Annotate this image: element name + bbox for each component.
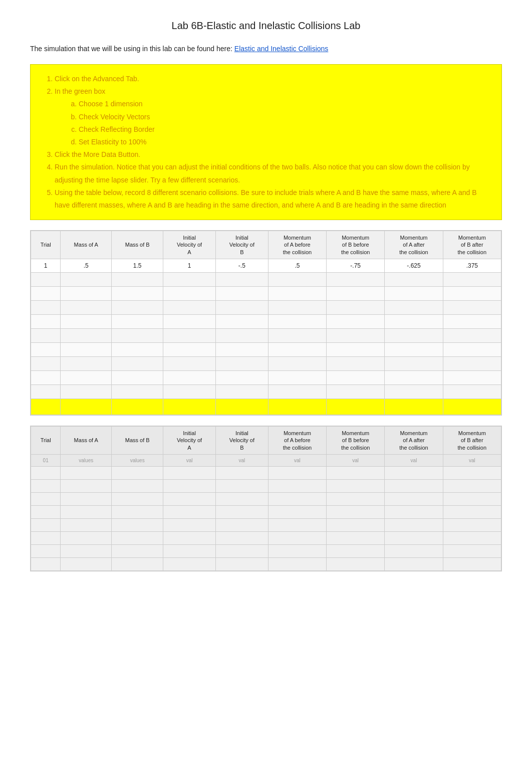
table-row bbox=[31, 384, 501, 399]
cell-trial[interactable]: 1 bbox=[31, 259, 61, 272]
instruction-item-4: Run the simulation. Notice that you can … bbox=[55, 161, 489, 186]
col2-trial: Trial bbox=[31, 426, 61, 454]
col-mom-a-before: Momentumof A beforethe collision bbox=[268, 231, 326, 259]
table-row bbox=[31, 370, 501, 384]
cell-mom-a-before[interactable]: .5 bbox=[268, 259, 326, 272]
cell-mass-b[interactable]: 1.5 bbox=[112, 259, 163, 272]
table-row bbox=[31, 479, 501, 492]
cell-mom-a-after[interactable]: -.625 bbox=[385, 259, 443, 272]
yellow-summary-row bbox=[31, 399, 501, 415]
col-init-vel-b: InitialVelocity ofB bbox=[215, 231, 268, 259]
col-mom-b-before: Momentumof B beforethe collision bbox=[327, 231, 385, 259]
col2-init-vel-a: InitialVelocity ofA bbox=[163, 426, 216, 454]
col2-mass-b: Mass of B bbox=[112, 426, 163, 454]
table-2-body: 01 values values val val val val val val bbox=[31, 454, 501, 570]
table-1-body: 1 .5 1.5 1 -.5 .5 -.75 -.625 .375 bbox=[31, 259, 501, 415]
instruction-item-1: Click on the Advanced Tab. bbox=[55, 73, 489, 85]
sub-item-b: Check Velocity Vectors bbox=[79, 111, 489, 123]
table-row bbox=[31, 466, 501, 479]
cell-mom-b-before[interactable]: -.75 bbox=[327, 259, 385, 272]
table-2-wrapper: Trial Mass of A Mass of B InitialVelocit… bbox=[30, 426, 502, 571]
table-row bbox=[31, 342, 501, 356]
table-header-row: Trial Mass of A Mass of B InitialVelocit… bbox=[31, 231, 501, 259]
col-mass-b: Mass of B bbox=[112, 231, 163, 259]
instruction-item-3: Click the More Data Button. bbox=[55, 148, 489, 161]
instruction-item-5: Using the table below, record 8 differen… bbox=[55, 186, 489, 212]
bottom-spacer bbox=[30, 581, 502, 682]
sub-item-a: Choose 1 dimension bbox=[79, 98, 489, 110]
cell-mom-b-after[interactable]: .375 bbox=[443, 259, 501, 272]
table-row bbox=[31, 557, 501, 570]
table-row bbox=[31, 518, 501, 531]
col2-mom-b-before: Momentumof B beforethe collision bbox=[327, 426, 385, 454]
col2-init-vel-b: InitialVelocity ofB bbox=[215, 426, 268, 454]
table-1-wrapper: Trial Mass of A Mass of B InitialVelocit… bbox=[30, 230, 502, 416]
col-mom-a-after: Momentumof A afterthe collision bbox=[385, 231, 443, 259]
col2-mom-a-before: Momentumof A beforethe collision bbox=[268, 426, 326, 454]
table-row bbox=[31, 328, 501, 342]
intro-text: The simulation that we will be using in … bbox=[30, 45, 232, 53]
table-row: 01 values values val val val val val val bbox=[31, 454, 501, 466]
simulation-link[interactable]: Elastic and Inelastic Collisions bbox=[234, 45, 329, 53]
table-2-header-row: Trial Mass of A Mass of B InitialVelocit… bbox=[31, 426, 501, 454]
cell-vel-a[interactable]: 1 bbox=[163, 259, 216, 272]
table-row bbox=[31, 314, 501, 328]
sub-item-d: Set Elasticity to 100% bbox=[79, 136, 489, 148]
sub-list: Choose 1 dimension Check Velocity Vector… bbox=[79, 98, 489, 148]
cell-mass-a[interactable]: .5 bbox=[61, 259, 112, 272]
instructions-box: Click on the Advanced Tab. In the green … bbox=[30, 64, 502, 220]
instructions-list: Click on the Advanced Tab. In the green … bbox=[55, 73, 489, 212]
table-row bbox=[31, 505, 501, 518]
sub-item-c: Check Reflecting Border bbox=[79, 123, 489, 136]
table-row bbox=[31, 356, 501, 370]
table-row bbox=[31, 286, 501, 300]
cell-vel-b[interactable]: -.5 bbox=[215, 259, 268, 272]
col2-mass-a: Mass of A bbox=[61, 426, 112, 454]
intro-paragraph: The simulation that we will be using in … bbox=[30, 44, 502, 54]
table-row bbox=[31, 544, 501, 557]
table-row bbox=[31, 531, 501, 544]
data-table-2: Trial Mass of A Mass of B InitialVelocit… bbox=[31, 426, 501, 571]
table-row bbox=[31, 300, 501, 314]
col-init-vel-a: InitialVelocity ofA bbox=[163, 231, 216, 259]
table-row bbox=[31, 272, 501, 286]
table-row: 1 .5 1.5 1 -.5 .5 -.75 -.625 .375 bbox=[31, 259, 501, 272]
instruction-item-2: In the green box Choose 1 dimension Chec… bbox=[55, 85, 489, 148]
data-table-1: Trial Mass of A Mass of B InitialVelocit… bbox=[31, 231, 501, 415]
col2-mom-a-after: Momentumof A afterthe collision bbox=[385, 426, 443, 454]
col2-mom-b-after: Momentumof B afterthe collision bbox=[443, 426, 501, 454]
table-row bbox=[31, 492, 501, 505]
col-mom-b-after: Momentumof B afterthe collision bbox=[443, 231, 501, 259]
col-trial: Trial bbox=[31, 231, 61, 259]
page-title: Lab 6B-Elastic and Inelastic Collisions … bbox=[30, 20, 502, 32]
col-mass-a: Mass of A bbox=[61, 231, 112, 259]
